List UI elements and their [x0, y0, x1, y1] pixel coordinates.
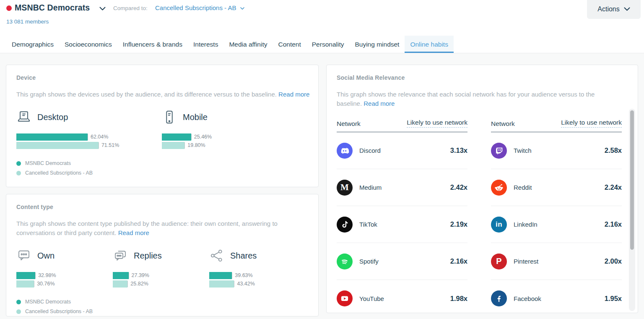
content-type-panel: Content type This graph shows the conten… — [6, 194, 319, 316]
device-panel-title: Device — [16, 74, 308, 81]
network-name: Pinterest — [514, 258, 538, 265]
bar-secondary — [162, 142, 184, 149]
likely-column-header[interactable]: Likely to use network — [561, 119, 622, 128]
content-group-own: Own 32.98% 30.76% — [16, 248, 113, 289]
legend-dot-secondary — [16, 171, 21, 175]
bar-value-label: 43.42% — [234, 281, 254, 287]
network-column-header: Network — [491, 120, 515, 128]
network-table-body: Discord 3.13x Twitch 2.58x M Medium 2.42… — [337, 132, 628, 317]
network-row-medium: M Medium 2.42x — [337, 169, 467, 206]
reddit-icon — [491, 180, 507, 196]
mobile-icon — [162, 110, 177, 125]
device-read-more-link[interactable]: Read more — [278, 91, 309, 98]
bar-value-label: 25.82% — [127, 281, 148, 287]
network-value: 2.58x — [605, 146, 622, 154]
bar-primary — [162, 133, 191, 141]
laptop-icon — [16, 110, 31, 125]
section-tabbar: Demographics Socioeconomics Influencers … — [0, 36, 644, 53]
network-name: Spotify — [359, 258, 379, 265]
actions-button[interactable]: Actions — [587, 0, 641, 19]
tab-personality[interactable]: Personality — [306, 36, 350, 53]
legend-label: MSNBC Democrats — [25, 299, 71, 305]
content-group-label: Own — [37, 251, 55, 261]
content-group-shares: Shares 39.63% 43.42% — [209, 248, 257, 289]
device-group-label: Desktop — [37, 112, 68, 122]
tab-media-affinity[interactable]: Media affinity — [223, 36, 273, 53]
content-legend: MSNBC Democrats Cancelled Subscriptions … — [16, 299, 308, 314]
twitch-icon — [491, 143, 507, 159]
bar-value-label: 30.76% — [34, 281, 55, 287]
content-type-chart: Own 32.98% 30.76% — [16, 248, 308, 289]
network-value: 2.42x — [450, 183, 467, 191]
audience-header: MSNBC Democrats Compared to: Cancelled S… — [0, 0, 644, 36]
content-read-more-link[interactable]: Read more — [118, 229, 149, 236]
bar-value-label: 71.51% — [99, 142, 119, 149]
audience-status-dot — [6, 5, 12, 11]
compared-to-selector[interactable]: Cancelled Subscriptions - AB — [155, 4, 244, 11]
compared-to-label: Compared to: — [113, 5, 148, 11]
device-group-mobile: Mobile 25.46% 19.80% — [162, 110, 212, 150]
scrollbar-thumb[interactable] — [630, 110, 634, 250]
bar-primary — [113, 272, 129, 279]
device-legend: MSNBC Democrats Cancelled Subscriptions … — [16, 160, 308, 176]
chat-bubble-icon — [16, 248, 31, 263]
compared-to-value: Cancelled Subscriptions - AB — [155, 4, 236, 11]
spotify-icon — [337, 254, 353, 269]
network-table-header: Network Likely to use network Network Li… — [337, 119, 628, 132]
bar-primary — [16, 272, 35, 279]
legend-dot-primary — [16, 161, 21, 166]
tab-online-habits[interactable]: Online habits — [405, 36, 453, 53]
network-name: LinkedIn — [514, 221, 538, 228]
linkedin-icon: in — [491, 217, 507, 233]
audience-chevron-down-icon[interactable] — [99, 7, 106, 10]
legend-label: Cancelled Subscriptions - AB — [25, 309, 93, 314]
tab-socioeconomics[interactable]: Socioeconomics — [59, 36, 117, 53]
network-row-youtube: YouTube 1.98x — [337, 280, 467, 317]
device-group-label: Mobile — [183, 112, 208, 122]
members-count: 13 081 members — [6, 18, 49, 25]
device-panel-description: This graph shows the devices used by the… — [16, 90, 312, 99]
content-type-panel-description: This graph shows the content type publis… — [16, 219, 294, 238]
bar-value-label: 39.63% — [232, 272, 252, 279]
legend-dot-primary — [16, 300, 21, 304]
bar-secondary — [16, 142, 99, 149]
social-read-more-link[interactable]: Read more — [364, 100, 395, 107]
network-value: 2.24x — [605, 183, 622, 191]
network-name: Discord — [359, 147, 381, 154]
bar-secondary — [16, 280, 34, 288]
network-value: 3.13x — [450, 146, 467, 154]
discord-icon — [337, 143, 353, 159]
network-row-discord: Discord 3.13x — [337, 132, 467, 169]
online-habits-page: MSNBC Democrats Compared to: Cancelled S… — [0, 0, 644, 319]
bar-value-label: 25.46% — [191, 134, 212, 140]
tab-influencers-brands[interactable]: Influencers & brands — [117, 36, 188, 53]
share-nodes-icon — [209, 248, 224, 263]
network-row-tiktok: TikTok 2.19x — [337, 206, 467, 243]
tiktok-icon — [337, 217, 353, 233]
network-name: Facebook — [514, 295, 541, 302]
tab-interests[interactable]: Interests — [188, 36, 223, 53]
network-name: TikTok — [359, 221, 377, 228]
bar-value-label: 62.04% — [88, 134, 108, 140]
network-name: YouTube — [359, 295, 384, 302]
network-name: Twitch — [514, 147, 532, 154]
network-row-twitch: Twitch 2.58x — [491, 132, 622, 169]
social-panel-title: Social Media Relevance — [337, 74, 628, 81]
content-group-label: Shares — [230, 251, 257, 261]
tab-content[interactable]: Content — [273, 36, 306, 53]
bar-secondary — [209, 280, 234, 288]
tab-demographics[interactable]: Demographics — [6, 36, 59, 53]
legend-label: MSNBC Democrats — [25, 160, 71, 166]
youtube-icon — [337, 290, 353, 306]
bar-value-label: 19.80% — [184, 142, 205, 149]
bar-primary — [16, 133, 88, 141]
tab-buying-mindset[interactable]: Buying mindset — [349, 36, 405, 53]
scrollbar-track[interactable] — [629, 109, 635, 311]
content-group-replies: Replies 27.39% 25.82% — [113, 248, 209, 289]
likely-column-header[interactable]: Likely to use network — [407, 119, 467, 128]
content-type-panel-title: Content type — [16, 204, 308, 210]
audience-name: MSNBC Democrats — [15, 3, 90, 13]
network-value: 2.16x — [605, 220, 622, 228]
medium-icon: M — [337, 180, 353, 196]
device-group-desktop: Desktop 62.04% 71.51% — [16, 110, 162, 150]
